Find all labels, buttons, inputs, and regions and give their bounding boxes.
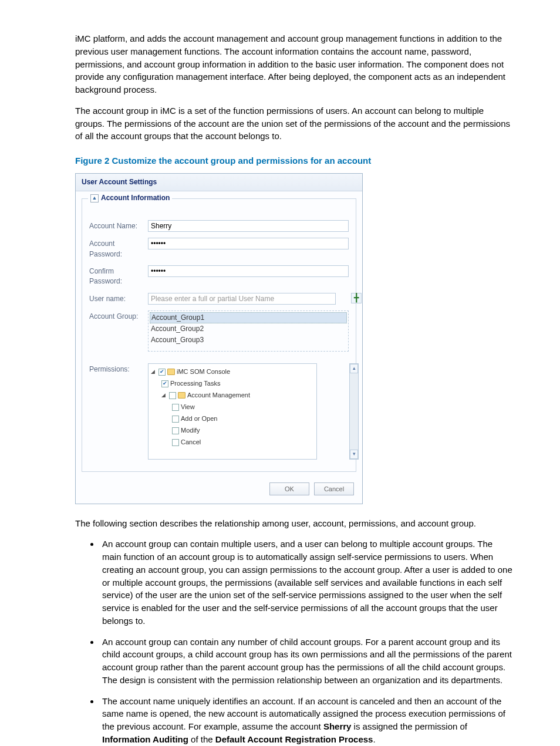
permissions-tree[interactable]: ◢ ✔ iMC SOM Console ✔ Processing Tasks ◢… (148, 363, 317, 460)
checkbox-icon[interactable] (169, 392, 176, 399)
account-name-field[interactable] (148, 220, 349, 232)
checkbox-icon[interactable]: ✔ (161, 380, 168, 387)
bullet-item: An account group can contain any number … (100, 636, 513, 687)
checkbox-icon[interactable] (172, 439, 179, 446)
checkbox-icon[interactable] (172, 427, 179, 434)
tree-label: Processing Tasks (170, 379, 220, 389)
label-account-password: Account Password: (89, 238, 148, 259)
list-item[interactable]: Account_Group1 (150, 312, 347, 323)
add-user-icon[interactable]: ╋ (351, 293, 362, 303)
tree-label: iMC SOM Console (177, 367, 230, 377)
fieldset-legend-text: Account Information (101, 193, 170, 203)
expand-icon[interactable]: ◢ (151, 368, 157, 376)
tree-leaf[interactable]: Cancel (151, 437, 314, 448)
tree-leaf[interactable]: Modify (151, 425, 314, 437)
tree-scrollbar[interactable]: ▴ ▾ (349, 363, 359, 460)
account-group-listbox[interactable]: Account_Group1 Account_Group2 Account_Gr… (148, 310, 349, 352)
cancel-button[interactable]: Cancel (314, 482, 354, 495)
confirm-password-field[interactable] (148, 265, 349, 277)
label-confirm-password: Confirm Password: (89, 265, 148, 287)
tree-node[interactable]: ✔ Processing Tasks (151, 378, 314, 390)
list-item[interactable]: Account_Group2 (150, 323, 347, 335)
after-paragraph: The following section describes the rela… (35, 517, 525, 530)
tree-leaf[interactable]: View (151, 401, 314, 413)
scroll-up-icon[interactable]: ▴ (350, 364, 358, 373)
tree-label: Modify (181, 426, 200, 436)
bullet-item: An account group can contain multiple us… (100, 538, 513, 627)
tree-label: Account Management (187, 391, 250, 400)
intro-paragraph-1: iMC platform, and adds the account manag… (35, 32, 525, 96)
tree-label: View (181, 403, 195, 412)
checkbox-icon[interactable]: ✔ (158, 369, 166, 376)
tree-node[interactable]: ◢ Account Management (151, 390, 314, 401)
collapse-up-icon[interactable]: ▲ (90, 194, 99, 202)
folder-icon (167, 369, 175, 375)
fieldset-legend: ▲ Account Information (88, 193, 172, 203)
dialog-title: User Account Settings (76, 174, 362, 191)
label-permissions: Permissions: (89, 363, 148, 460)
expand-icon[interactable]: ◢ (161, 391, 167, 399)
user-account-settings-dialog: User Account Settings ▲ Account Informat… (75, 173, 363, 504)
tree-leaf[interactable]: Add or Open (151, 413, 314, 425)
figure-caption: Figure 2 Customize the account group and… (75, 154, 525, 167)
tree-node-root[interactable]: ◢ ✔ iMC SOM Console (151, 366, 314, 378)
bullet-list: An account group can contain multiple us… (35, 538, 525, 745)
user-name-field[interactable] (148, 293, 336, 305)
intro-paragraph-2: The account group in iMC is a set of the… (35, 104, 525, 143)
label-account-group: Account Group: (89, 310, 148, 352)
list-item[interactable]: Account_Group3 (150, 335, 347, 346)
checkbox-icon[interactable] (172, 404, 179, 411)
ok-button[interactable]: OK (269, 482, 309, 495)
account-password-field[interactable] (148, 238, 349, 249)
account-information-fieldset: ▲ Account Information Account Name: Acco… (82, 198, 356, 472)
bullet-item: The account name uniquely identifies an … (100, 695, 513, 746)
tree-label: Add or Open (181, 414, 217, 424)
folder-icon (178, 392, 185, 399)
label-account-name: Account Name: (89, 220, 148, 232)
tree-label: Cancel (181, 438, 201, 447)
checkbox-icon[interactable] (172, 416, 179, 423)
label-user-name: User name: (89, 293, 148, 305)
dialog-button-row: OK Cancel (76, 475, 362, 504)
scroll-down-icon[interactable]: ▾ (350, 450, 358, 459)
